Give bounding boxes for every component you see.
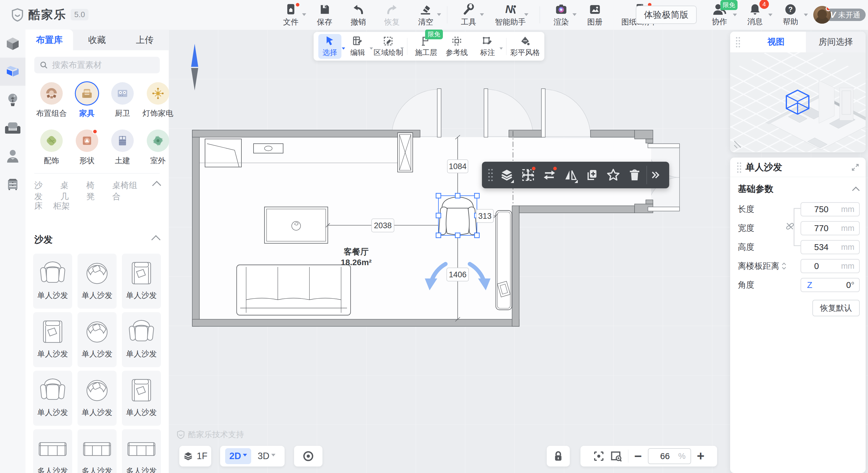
subcat-shelves[interactable]: 柜架 bbox=[53, 200, 70, 212]
tool-reference-line[interactable]: 参考线 bbox=[442, 34, 471, 59]
menu-save[interactable]: 保存 bbox=[310, 3, 339, 27]
tab-layout-library[interactable]: 布置库 bbox=[26, 30, 73, 50]
menu-album[interactable]: 图册 bbox=[581, 3, 609, 27]
favorite-button[interactable] bbox=[602, 162, 624, 188]
reset-default-button[interactable]: 恢复默认 bbox=[812, 300, 860, 316]
subcat-table-sets[interactable]: 桌椅组合 bbox=[113, 180, 143, 202]
tool-region-draw[interactable]: 区域绘制 bbox=[374, 34, 403, 59]
divider bbox=[539, 6, 540, 23]
focus-center-icon[interactable] bbox=[593, 450, 604, 462]
delete-button[interactable] bbox=[624, 162, 645, 188]
tool-edit[interactable]: 编辑 bbox=[343, 34, 372, 59]
messages-button[interactable]: 4 消息 bbox=[742, 3, 768, 27]
category-furniture[interactable]: 家具 bbox=[70, 82, 103, 119]
menu-render[interactable]: 渲染 bbox=[547, 3, 576, 27]
search-input[interactable]: 搜索布置素材 bbox=[34, 57, 160, 73]
list-item[interactable]: 多人沙发 bbox=[78, 429, 117, 473]
category-outdoor[interactable]: 室外 bbox=[142, 130, 175, 166]
list-item[interactable]: 单人沙发 bbox=[33, 254, 72, 309]
collaboration-button[interactable]: 限免 协作 bbox=[707, 3, 732, 27]
tool-annotation[interactable]: 标注 bbox=[473, 34, 502, 59]
lock-button[interactable] bbox=[547, 446, 570, 467]
mode-3d-button[interactable]: 3D bbox=[253, 451, 280, 462]
rail-item-furnish[interactable] bbox=[0, 58, 26, 86]
menu-clear[interactable]: 清空 bbox=[411, 3, 440, 27]
tool-select[interactable]: 选择 bbox=[318, 34, 341, 59]
zoom-region-icon[interactable] bbox=[610, 450, 622, 462]
trial-version-button[interactable]: 体验极简版 bbox=[636, 6, 697, 24]
more-button[interactable] bbox=[648, 162, 662, 188]
menu-undo[interactable]: 撤销 bbox=[344, 3, 372, 27]
chevron-down-icon bbox=[271, 454, 275, 459]
menu-ai-assistant[interactable]: N 智能助手 bbox=[488, 3, 532, 27]
move-button[interactable] bbox=[518, 162, 539, 188]
help-button[interactable]: ? 帮助 bbox=[778, 3, 803, 27]
category-kitchen-bath[interactable]: 厨卫 bbox=[106, 82, 139, 119]
app-logo[interactable]: 酷家乐 5.0 bbox=[11, 6, 89, 23]
rail-item-lighting[interactable] bbox=[0, 86, 26, 114]
list-item[interactable]: 多人沙发 bbox=[122, 429, 161, 473]
list-item[interactable]: 单人沙发 bbox=[78, 371, 117, 426]
mode-2d-button[interactable]: 2D bbox=[225, 448, 251, 464]
swap-button[interactable] bbox=[539, 162, 560, 188]
user-avatar[interactable] bbox=[813, 6, 831, 24]
subcat-tables[interactable]: 桌几 bbox=[60, 180, 76, 202]
tab-view[interactable]: 视图 bbox=[746, 32, 806, 52]
list-item[interactable]: 单人沙发 bbox=[122, 312, 161, 367]
category-accessories[interactable]: 配饰 bbox=[35, 130, 68, 166]
tool-paint-style[interactable]: 彩平风格 bbox=[510, 34, 539, 59]
rail-item-furniture[interactable] bbox=[0, 114, 26, 142]
tab-room-select[interactable]: 房间选择 bbox=[806, 32, 866, 52]
category-shapes[interactable]: 形状 bbox=[70, 130, 103, 166]
list-item[interactable]: 单人沙发 bbox=[78, 312, 117, 367]
list-item[interactable]: 单人沙发 bbox=[122, 254, 161, 309]
3d-preview[interactable] bbox=[730, 52, 866, 152]
pillow-icon bbox=[40, 130, 63, 152]
zoom-input[interactable]: 66 % bbox=[648, 448, 691, 464]
category-construction[interactable]: 土建 bbox=[106, 130, 139, 166]
collapse-chevron-icon[interactable] bbox=[152, 181, 161, 190]
mirror-button[interactable] bbox=[560, 162, 581, 188]
tab-favorites[interactable]: 收藏 bbox=[73, 30, 121, 50]
selected-armchair bbox=[439, 197, 476, 235]
list-item[interactable]: 单人沙发 bbox=[33, 312, 72, 367]
height-input[interactable]: 534 mm bbox=[801, 240, 860, 254]
subcat-beds[interactable]: 床 bbox=[34, 200, 42, 212]
list-item[interactable]: 多人沙发 bbox=[33, 429, 72, 473]
section-basic-params[interactable]: 基础参数 bbox=[730, 177, 866, 197]
angle-input[interactable]: Z 0° bbox=[801, 278, 860, 292]
collapse-chevron-icon[interactable] bbox=[151, 235, 160, 244]
tab-upload[interactable]: 上传 bbox=[121, 30, 168, 50]
zoom-in-button[interactable]: + bbox=[697, 450, 705, 463]
rail-item-storage[interactable] bbox=[0, 170, 26, 198]
layers-button[interactable] bbox=[496, 162, 518, 188]
drag-handle[interactable] bbox=[487, 168, 494, 182]
drag-handle[interactable] bbox=[736, 161, 743, 173]
floor-selector-button[interactable]: 1F bbox=[179, 446, 211, 467]
list-item[interactable]: 单人沙发 bbox=[33, 371, 72, 426]
axis-z-label[interactable]: Z bbox=[807, 280, 812, 290]
drag-handle[interactable] bbox=[730, 32, 746, 52]
length-input[interactable]: 750 mm bbox=[801, 202, 860, 216]
floor-offset-input[interactable]: 0 mm bbox=[801, 259, 860, 273]
menu-tools[interactable]: 工具 bbox=[455, 3, 483, 27]
list-item[interactable]: 单人沙发 bbox=[78, 254, 117, 309]
menu-redo[interactable]: 恢复 bbox=[378, 3, 406, 27]
wrench-icon bbox=[462, 3, 475, 16]
expand-icon[interactable] bbox=[851, 163, 860, 172]
tool-construction-layer[interactable]: 限免 施工层 bbox=[411, 34, 440, 59]
duplicate-button[interactable] bbox=[581, 162, 602, 188]
width-input[interactable]: 770 mm bbox=[801, 221, 860, 235]
subcategory-row: 床 柜架 bbox=[34, 200, 70, 212]
visibility-button[interactable] bbox=[294, 446, 322, 467]
zoom-out-button[interactable]: − bbox=[634, 450, 642, 463]
menu-file[interactable]: 文件 bbox=[277, 3, 305, 27]
subcat-chairs[interactable]: 椅凳 bbox=[86, 180, 102, 202]
rail-item-figure[interactable] bbox=[0, 142, 26, 170]
category-lighting-appliance[interactable]: 灯饰家电 bbox=[142, 82, 175, 119]
rail-item-build[interactable] bbox=[0, 30, 26, 58]
sort-updown-icon[interactable] bbox=[782, 262, 786, 270]
category-combos[interactable]: 布置组合 bbox=[35, 82, 68, 119]
subcat-sofa[interactable]: 沙发 bbox=[34, 180, 50, 202]
list-item[interactable]: 单人沙发 bbox=[122, 371, 161, 426]
